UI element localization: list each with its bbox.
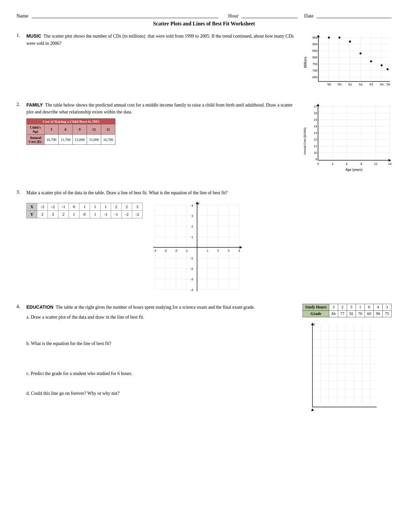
sub-a: a. Draw a scatter plot of the data and d…	[26, 314, 296, 321]
svg-text:3: 3	[332, 162, 333, 166]
problem-2-table: Cost of Raising a Child Born in 2003 Chi…	[26, 118, 115, 145]
svg-text:12: 12	[374, 162, 377, 166]
svg-marker-29	[317, 35, 320, 37]
xy-x-4: 1	[79, 203, 90, 211]
xy-x-8: 2	[122, 203, 132, 211]
svg-text:15: 15	[388, 162, 392, 166]
table-cell-0: 10,700	[44, 135, 58, 145]
xy-y-3: 1	[69, 211, 79, 218]
svg-text:4: 4	[238, 249, 240, 252]
header: Name Hour Date	[16, 13, 392, 19]
study-h-5: 4	[374, 304, 383, 311]
table-header-0: Child'sAge	[27, 124, 44, 135]
problem-4-layout: EDUCATION The table at the right gives t…	[26, 304, 392, 415]
svg-text:9: 9	[315, 158, 317, 161]
xy-x-7: 2	[111, 203, 122, 211]
problem-2-table-container: Cost of Raising a Child Born in 2003 Chi…	[26, 118, 297, 145]
svg-text:-4: -4	[190, 288, 193, 292]
svg-marker-132	[311, 408, 314, 411]
table-cell-3: 15,000	[87, 135, 101, 145]
svg-text:12: 12	[314, 138, 317, 141]
table-cell-4: 16,700	[101, 135, 115, 145]
xy-header-y: Y	[27, 211, 37, 218]
problem-4-content: EDUCATION The table at the right gives t…	[26, 304, 392, 415]
xy-x-6: 1	[101, 203, 111, 211]
problem-3-chart: y -4 -3 -2 -1 1 2 3 4 4 3 2 1 -1 -2	[149, 200, 245, 297]
table-header-4: 12	[87, 124, 101, 135]
xy-y-1: 3	[48, 211, 58, 218]
svg-text:10: 10	[314, 151, 317, 154]
problem-2: 2. FAMILY The table below shows the pred…	[16, 102, 392, 182]
chart-4-svg: y	[303, 321, 378, 414]
problem-2-left: FAMILY The table below shows the predict…	[26, 102, 297, 145]
xy-y-0: 2	[37, 211, 48, 218]
svg-text:750: 750	[312, 62, 317, 66]
grade-6: 75	[383, 311, 392, 317]
problem-4: 4. EDUCATION The table at the right give…	[16, 304, 392, 415]
xy-x-3: 0	[69, 203, 79, 211]
study-table: Study Hours 3 2 5 1 0 4 3 Grade 84	[303, 304, 392, 317]
xy-x-2: -1	[58, 203, 69, 211]
study-h-1: 2	[338, 304, 347, 311]
svg-text:2: 2	[191, 225, 193, 228]
problem-1-number: 1.	[16, 33, 23, 94]
problem-2-keyword: FAMILY	[26, 102, 43, 108]
problem-1: 1. MUSIC Millions 950 900 850 800 750 70…	[16, 33, 392, 94]
study-h-4: 0	[365, 304, 374, 311]
svg-text:'02: '02	[359, 83, 363, 86]
study-h-6: 3	[383, 304, 392, 311]
problem-4-left: EDUCATION The table at the right gives t…	[26, 304, 296, 397]
xy-y-7: -1	[111, 211, 122, 218]
table-row-label: AnnualCost ($):	[27, 135, 44, 145]
chart-1-svg: Millions 950 900 850 800 750 700 650	[303, 33, 392, 92]
chart-1-y-label: Millions	[304, 57, 307, 68]
grade-5: 90	[374, 311, 383, 317]
xy-x-9: 3	[132, 203, 143, 211]
problem-1-text-content: The scatter plot shows the number of CDs…	[26, 34, 294, 46]
svg-marker-93	[240, 246, 242, 249]
svg-text:0: 0	[317, 162, 319, 166]
svg-text:800: 800	[312, 56, 317, 59]
svg-text:-3: -3	[164, 249, 167, 252]
problem-1-text: MUSIC Millions 950 900 850 800 750 700 6…	[26, 33, 392, 47]
table-title: Cost of Raising a Child Born in 2003	[27, 119, 115, 124]
svg-text:3: 3	[191, 214, 193, 218]
problem-2-layout: FAMILY The table below shows the predict…	[26, 102, 392, 182]
svg-text:'05: '05	[386, 83, 390, 86]
svg-text:1: 1	[207, 249, 208, 252]
xy-y-4: 0	[79, 211, 90, 218]
svg-text:'04: '04	[380, 83, 384, 86]
problem-1-keyword: MUSIC	[26, 33, 41, 39]
chart-2-svg: Annual Cost ($1000) 17 16 15 14 13 12 11…	[303, 102, 392, 181]
problem-2-number: 2.	[16, 102, 23, 182]
table-header-1: 3	[44, 124, 58, 135]
svg-marker-58	[317, 104, 319, 106]
study-h-3: 1	[356, 304, 365, 311]
problem-4-text: EDUCATION The table at the right gives t…	[26, 304, 296, 311]
table-cell-2: 12,600	[73, 135, 87, 145]
table-header-3: 9	[73, 124, 87, 135]
svg-text:-1: -1	[185, 249, 188, 252]
svg-text:2: 2	[217, 249, 219, 252]
grade-0: 84	[329, 311, 338, 317]
problem-3-layout: X -2 -2 -1 0 1 1 1 2 2 3	[26, 200, 392, 297]
problem-4-keyword: EDUCATION	[26, 304, 53, 310]
name-label: Name	[16, 13, 28, 19]
sub-c-space	[26, 377, 296, 387]
problem-1-content: MUSIC Millions 950 900 850 800 750 700 6…	[26, 33, 392, 94]
xy-y-6: -1	[101, 211, 111, 218]
svg-text:950: 950	[312, 36, 317, 39]
problem-2-text: FAMILY The table below shows the predict…	[26, 102, 297, 116]
sub-b-space	[26, 348, 296, 367]
svg-text:-4: -4	[154, 249, 156, 252]
table-cell-1: 11,700	[58, 135, 73, 145]
problem-3-content: Make a scatter plot of the data in the t…	[26, 189, 392, 297]
svg-text:4: 4	[191, 204, 193, 207]
svg-text:11: 11	[314, 144, 317, 148]
svg-text:Annual Cost ($1000): Annual Cost ($1000)	[303, 127, 306, 155]
problem-2-chart: Annual Cost ($1000) 17 16 15 14 13 12 11…	[303, 102, 392, 182]
svg-text:-3: -3	[190, 278, 193, 281]
svg-point-34	[370, 60, 372, 62]
xy-y-8: -2	[122, 211, 132, 218]
svg-point-31	[338, 37, 340, 39]
